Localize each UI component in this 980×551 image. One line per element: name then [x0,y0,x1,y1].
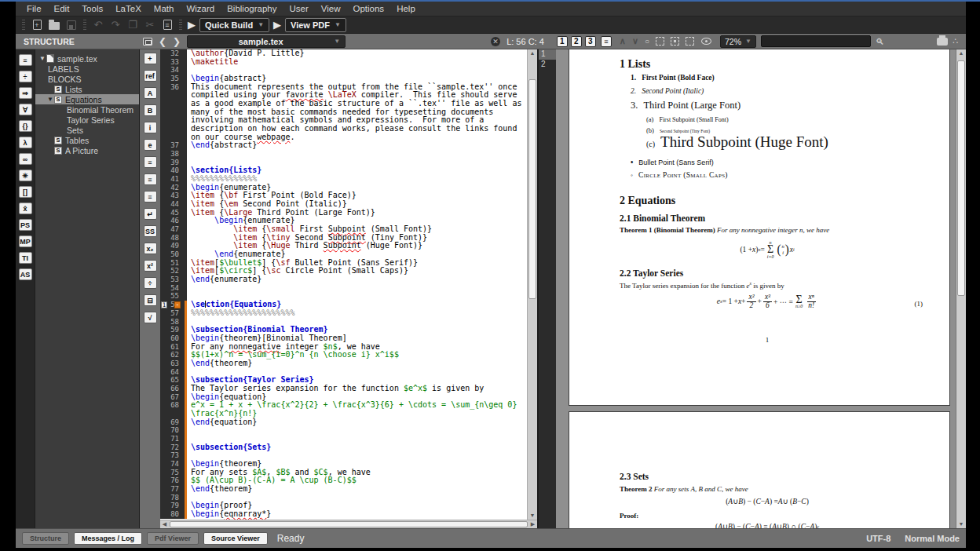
structure-item-binomial-theorem[interactable]: Binomial Theorem [35,104,139,115]
scroll-down-arrow[interactable]: ▼ [528,512,537,520]
menu-user[interactable]: User [283,2,314,16]
structure-item-a-picture[interactable]: SA Picture [35,145,139,155]
relation-symbols-icon[interactable]: ÷ [19,71,32,82]
menu-view[interactable]: View [315,2,347,16]
structure-item-taylor-series[interactable]: Taylor Series [35,115,139,125]
print-icon[interactable] [937,38,948,46]
next-page-button[interactable]: ∨ [632,36,638,46]
sqrt-icon[interactable]: √ [144,312,157,323]
code-line-69[interactable]: 69\end{equation} [160,418,527,427]
code-line-37[interactable]: 37\end{abstract} [160,141,527,150]
arrow-symbols-icon[interactable]: ⇒ [19,87,32,99]
editor-horizontal-scrollbar[interactable]: ◀ ▶ [160,520,537,528]
subscript-icon[interactable]: x₂ [144,243,157,254]
quick-build-dropdown[interactable]: Quick Build▼ [199,18,269,32]
smallcaps-icon[interactable]: SS [144,225,157,237]
scroll-right-arrow[interactable]: ▶ [528,520,537,528]
fold-marker-icon[interactable]: - [174,301,181,308]
detach-editor-icon[interactable] [143,38,152,46]
menu-tools[interactable]: Tools [75,2,109,16]
bookmark-icon[interactable]: 1 [161,301,167,308]
pdf-page-button-3[interactable]: 3 [585,36,596,47]
structure-item-blocks[interactable]: BLOCKS [35,74,139,84]
continuous-mode-icon[interactable]: ○ [645,37,649,46]
page-list-toggle-icon[interactable]: ≡ [601,36,612,47]
editor-scrollbar-thumb[interactable] [528,79,536,299]
align-left-icon[interactable]: ≡ [144,156,157,168]
delimiters-icon[interactable]: {} [19,120,32,132]
align-right-icon[interactable]: ≡ [144,191,157,203]
code-line-54[interactable]: 54 [160,284,527,293]
pdf-vertical-scrollbar[interactable]: ▲ ▼ [956,49,966,528]
menu-edit[interactable]: Edit [48,2,76,16]
previous-page-button[interactable]: ∧ [620,36,626,46]
ref-icon[interactable]: ref [144,70,157,82]
structure-item-lists[interactable]: SLists [35,84,139,94]
structure-item-sample-tex[interactable]: ▼sample.tex [35,53,139,64]
code-line-72[interactable]: 72\subsection{Sets} [160,443,527,452]
pstricks-icon[interactable]: PS [19,219,32,231]
presentation-mode-icon[interactable] [686,37,694,46]
editor-vertical-scrollbar[interactable]: ▲ ▼ [527,49,537,520]
structure-item-tables[interactable]: STables [35,135,139,145]
most-used-symbols-icon[interactable]: ≡ [19,54,32,66]
menu-file[interactable]: File [20,2,48,16]
status-tab-structure[interactable]: Structure [22,532,69,545]
code-line-77[interactable]: 77\end{theorem} [160,485,527,494]
save-button[interactable] [64,18,79,32]
fit-page-icon[interactable] [671,37,679,46]
status-tab-source-viewer[interactable]: Source Viewer [203,532,268,545]
editor-hscrollbar-thumb[interactable] [170,521,528,527]
copy-button[interactable]: ❐ [125,18,141,32]
code-line-33[interactable]: 33\maketitle [160,58,527,67]
code-line-53[interactable]: 53\end{enumerate} [160,276,527,284]
run-view-pdf-button[interactable]: ▶ [273,19,281,31]
dfrac-icon[interactable]: ⊟ [144,294,157,306]
code-line-80[interactable]: 80\begin{eqnarray*} [160,510,527,519]
brackets-icon[interactable]: [] [19,186,32,198]
search-icon[interactable]: 🔍︎ [876,37,884,46]
view-pdf-dropdown[interactable]: View PDF▼ [285,18,346,32]
pdf-page-button-1[interactable]: 1 [557,36,568,47]
source-editor[interactable]: 32\author{David P. Little}33\maketitle34… [160,49,537,528]
external-viewer-icon[interactable]: ∴ [953,36,958,46]
structure-item-labels[interactable]: LABELS [35,64,139,74]
code-line-38[interactable]: 38 [160,150,527,159]
menu-bibliography[interactable]: Bibliography [221,2,283,16]
pdf-page-list-item-2[interactable]: 2 [539,60,556,70]
menu-latex[interactable]: LaTeX [109,2,148,16]
pdf-page-button-2[interactable]: 2 [571,36,582,47]
scroll-up-arrow[interactable]: ▲ [528,49,537,57]
menu-math[interactable]: Math [148,2,181,16]
bold-icon[interactable]: B [144,104,157,116]
misc-math-icon[interactable]: ∞ [19,153,32,165]
pdf-search-input[interactable] [761,35,871,47]
open-file-button[interactable] [46,18,62,32]
tikz-icon[interactable]: TI [19,252,32,264]
scroll-left-arrow[interactable]: ◀ [160,520,169,528]
metapost-icon[interactable]: MP [19,235,32,247]
tree-expand-icon[interactable]: ▼ [46,96,54,103]
undo-button[interactable]: ↶ [90,18,106,32]
code-area[interactable]: 32\author{David P. Little}33\maketitle34… [160,49,527,520]
greek-letters-icon[interactable]: λ [19,137,32,148]
accents-icon[interactable]: x̂ [19,203,32,214]
status-tab-messages-log[interactable]: Messages / Log [74,532,142,545]
scroll-down-arrow[interactable]: ▼ [956,520,966,528]
scroll-up-arrow[interactable]: ▲ [956,49,966,57]
new-document-button[interactable]: + [29,18,45,32]
next-document-button[interactable]: ❯ [173,36,181,47]
code-line-63[interactable]: 63\end{theorem} [160,359,527,368]
menu-options[interactable]: Options [346,2,390,16]
status-tab-pdf-viewer[interactable]: Pdf Viewer [147,532,199,545]
structure-item-equations[interactable]: ▼SEquations [35,94,139,104]
redo-button[interactable]: ↷ [108,18,123,32]
code-line-57[interactable]: 57%%%%%%%%%%%%%%%%%%%%%% [160,309,527,318]
superscript-icon[interactable]: x² [144,260,157,272]
frac-icon[interactable]: ÷ [144,277,157,289]
previous-document-button[interactable]: ❮ [159,36,166,47]
paste-button[interactable]: ≡ [159,18,175,32]
menu-wizard[interactable]: Wizard [180,2,221,16]
italic-icon[interactable]: i [144,122,157,133]
cut-button[interactable]: ✂ [142,18,158,32]
